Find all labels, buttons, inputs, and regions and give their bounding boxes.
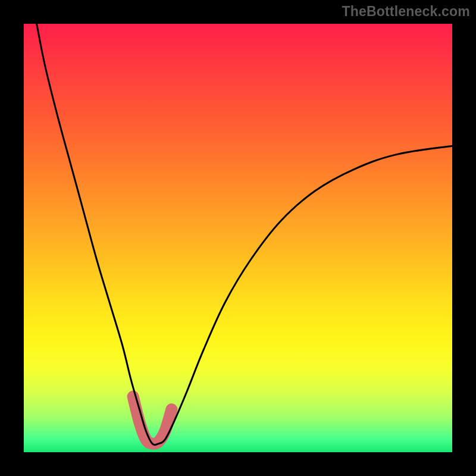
- chart-frame: TheBottleneck.com: [0, 0, 476, 476]
- bottleneck-curve-path: [37, 24, 452, 445]
- plot-area: [24, 24, 452, 452]
- chart-svg: [24, 24, 452, 452]
- watermark-text: TheBottleneck.com: [342, 4, 470, 20]
